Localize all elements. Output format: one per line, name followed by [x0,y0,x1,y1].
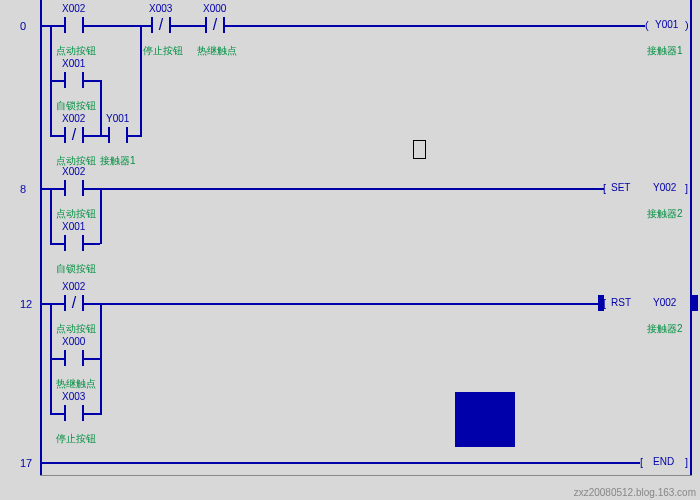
function-name[interactable]: RST [611,297,631,308]
contact-address: X000 [203,3,226,14]
contact-address: X003 [149,3,172,14]
wire [50,358,52,414]
coil-label: 接触器2 [647,207,683,221]
function-close-bracket: ] [685,456,688,468]
contact-label: 点动按钮 [56,44,96,58]
wire [84,243,100,245]
right-power-rail [690,0,692,475]
coil-label: 接触器1 [647,44,683,58]
wire [40,188,64,190]
ladder-diagram-canvas: 0 X002 点动按钮 / X003 停止按钮 / X000 热继触点 ( Y0… [0,0,700,500]
contact-address: X002 [62,3,85,14]
coil-label: 接触器2 [647,322,683,336]
wire [84,188,604,190]
selection-icon [692,295,698,311]
contact-address: X000 [62,336,85,347]
contact-no[interactable] [64,350,84,366]
rung-number: 8 [20,183,26,195]
function-close-bracket: ] [685,182,688,194]
contact-label: 点动按钮 [56,322,96,336]
wire [50,188,52,244]
wire [50,413,64,415]
contact-address: X001 [62,221,85,232]
function-open-bracket: [ [603,182,606,194]
wire [140,25,142,137]
wire [50,25,52,81]
wire [100,80,102,136]
wire [128,135,140,137]
output-coil[interactable]: ( [645,19,649,31]
function-operand: Y002 [653,182,676,193]
wire [84,358,100,360]
cursor-icon [413,140,426,159]
contact-address: X002 [62,166,85,177]
contact-no[interactable] [64,405,84,421]
contact-label: 点动按钮 [56,207,96,221]
contact-address: X003 [62,391,85,402]
contact-label: 自锁按钮 [56,262,96,276]
contact-nc[interactable]: / [205,17,225,33]
wire [171,25,205,27]
function-open-bracket: [ [603,297,606,309]
contact-label: 热继触点 [197,44,237,58]
wire [40,303,64,305]
left-power-rail [40,0,42,475]
contact-no[interactable] [108,127,128,143]
wire [40,462,640,464]
wire [50,243,64,245]
contact-address: Y001 [106,113,129,124]
output-coil-close: ) [685,19,689,31]
wire [100,303,102,415]
watermark: zxz20080512.blog.163.com [574,487,696,498]
wire [225,25,645,27]
rung-number: 17 [20,457,32,469]
contact-nc[interactable]: / [64,127,84,143]
wire [84,303,598,305]
contact-address: X002 [62,281,85,292]
wire [100,188,102,244]
wire [50,135,64,137]
contact-address: X001 [62,58,85,69]
function-name[interactable]: END [653,456,674,467]
divider [40,475,692,476]
rung-number: 12 [20,298,32,310]
contact-no[interactable] [64,235,84,251]
contact-nc[interactable]: / [151,17,171,33]
contact-label: 停止按钮 [56,432,96,446]
wire [50,80,64,82]
function-open-bracket: [ [640,456,643,468]
function-operand: Y002 [653,297,676,308]
wire [84,413,100,415]
contact-nc[interactable]: / [64,295,84,311]
rung-number: 0 [20,20,26,32]
contact-label: 接触器1 [100,154,136,168]
coil-address: Y001 [655,19,678,30]
contact-no[interactable] [64,72,84,88]
wire [84,135,108,137]
contact-no[interactable] [64,180,84,196]
contact-label: 自锁按钮 [56,99,96,113]
function-name[interactable]: SET [611,182,630,193]
contact-label: 停止按钮 [143,44,183,58]
contact-address: X002 [62,113,85,124]
contact-no[interactable] [64,17,84,33]
contact-label: 热继触点 [56,377,96,391]
selection-block [455,392,515,447]
wire [50,80,52,136]
wire [50,358,64,360]
wire [50,303,52,359]
wire [40,25,64,27]
